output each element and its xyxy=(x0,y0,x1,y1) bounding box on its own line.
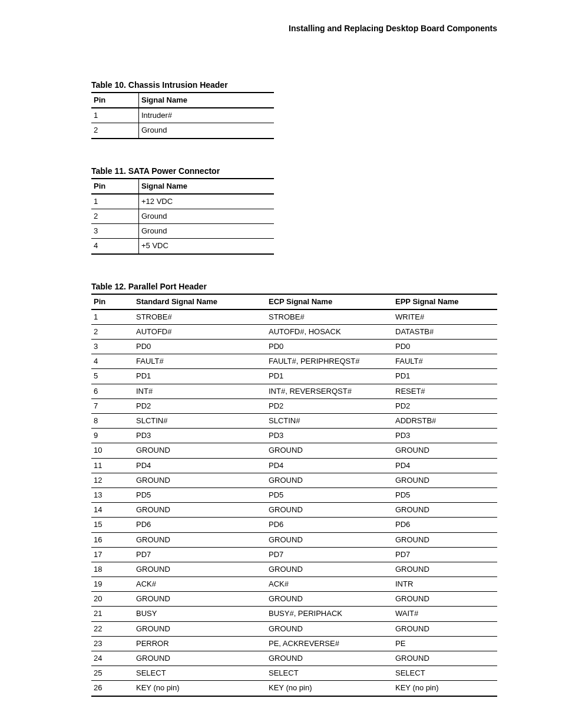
std-signal-cell: AUTOFD# xyxy=(134,324,266,339)
table-row: 22GROUNDGROUNDGROUND xyxy=(91,621,497,636)
ecp-signal-cell: PD5 xyxy=(266,487,393,502)
table-11-header-pin: Pin xyxy=(91,179,139,194)
table-row: 23PERRORPE, ACKREVERSE#PE xyxy=(91,636,497,651)
epp-signal-cell: GROUND xyxy=(393,592,497,607)
signal-cell: Ground xyxy=(139,123,275,139)
table-row: 2AUTOFD#AUTOFD#, HOSACKDATASTB# xyxy=(91,324,497,339)
pin-cell: 7 xyxy=(91,398,134,413)
pin-cell: 25 xyxy=(91,666,134,681)
pin-cell: 4 xyxy=(91,239,139,254)
pin-cell: 14 xyxy=(91,503,134,518)
signal-cell: +12 VDC xyxy=(139,194,275,209)
std-signal-cell: GROUND xyxy=(134,503,266,518)
table-row: 4FAULT#FAULT#, PERIPHREQST#FAULT# xyxy=(91,354,497,369)
std-signal-cell: GROUND xyxy=(134,562,266,577)
table-row: 26KEY (no pin)KEY (no pin)KEY (no pin) xyxy=(91,681,497,696)
ecp-signal-cell: GROUND xyxy=(266,503,393,518)
pin-cell: 2 xyxy=(91,209,139,223)
pin-cell: 2 xyxy=(91,324,134,339)
table-row: 10GROUNDGROUNDGROUND xyxy=(91,443,497,458)
pin-cell: 4 xyxy=(91,354,134,369)
ecp-signal-cell: GROUND xyxy=(266,621,393,636)
pin-cell: 17 xyxy=(91,547,134,562)
epp-signal-cell: ADDRSTB# xyxy=(393,414,497,429)
epp-signal-cell: GROUND xyxy=(393,443,497,458)
std-signal-cell: GROUND xyxy=(134,651,266,666)
table-row: 8SLCTIN#SLCTIN#ADDRSTB# xyxy=(91,414,497,429)
std-signal-cell: GROUND xyxy=(134,592,266,607)
table-row: 9PD3PD3PD3 xyxy=(91,429,497,443)
pin-cell: 9 xyxy=(91,429,134,443)
std-signal-cell: GROUND xyxy=(134,473,266,487)
table-row: 13PD5PD5PD5 xyxy=(91,487,497,502)
epp-signal-cell: PD2 xyxy=(393,398,497,413)
ecp-signal-cell: GROUND xyxy=(266,443,393,458)
signal-cell: +5 VDC xyxy=(139,239,275,254)
pin-cell: 1 xyxy=(91,108,139,123)
table-10-caption: Table 10. Chassis Intrusion Header xyxy=(91,80,497,90)
pin-cell: 3 xyxy=(91,224,139,239)
table-row: 12GROUNDGROUNDGROUND xyxy=(91,473,497,487)
signal-cell: Ground xyxy=(139,224,275,239)
std-signal-cell: KEY (no pin) xyxy=(134,681,266,696)
epp-signal-cell: GROUND xyxy=(393,621,497,636)
epp-signal-cell: GROUND xyxy=(393,562,497,577)
pin-cell: 12 xyxy=(91,473,134,487)
table-row: 16GROUNDGROUNDGROUND xyxy=(91,532,497,547)
std-signal-cell: GROUND xyxy=(134,621,266,636)
table-10-header-pin: Pin xyxy=(91,93,139,108)
epp-signal-cell: GROUND xyxy=(393,473,497,487)
pin-cell: 6 xyxy=(91,384,134,398)
epp-signal-cell: GROUND xyxy=(393,651,497,666)
table-row: 21BUSYBUSY#, PERIPHACKWAIT# xyxy=(91,607,497,621)
ecp-signal-cell: PD0 xyxy=(266,340,393,354)
table-row: 20GROUNDGROUNDGROUND xyxy=(91,592,497,607)
pin-cell: 21 xyxy=(91,607,134,621)
page-header: Installing and Replacing Desktop Board C… xyxy=(91,24,497,33)
std-signal-cell: SLCTIN# xyxy=(134,414,266,429)
std-signal-cell: INT# xyxy=(134,384,266,398)
epp-signal-cell: PD3 xyxy=(393,429,497,443)
ecp-signal-cell: PD3 xyxy=(266,429,393,443)
ecp-signal-cell: ACK# xyxy=(266,577,393,592)
table-row: 3Ground xyxy=(91,224,274,239)
std-signal-cell: PD5 xyxy=(134,487,266,502)
pin-cell: 3 xyxy=(91,340,134,354)
table-row: 17PD7PD7PD7 xyxy=(91,547,497,562)
pin-cell: 15 xyxy=(91,518,134,532)
ecp-signal-cell: SELECT xyxy=(266,666,393,681)
std-signal-cell: SELECT xyxy=(134,666,266,681)
ecp-signal-cell: GROUND xyxy=(266,592,393,607)
pin-cell: 20 xyxy=(91,592,134,607)
table-row: 24GROUNDGROUNDGROUND xyxy=(91,651,497,666)
pin-cell: 24 xyxy=(91,651,134,666)
epp-signal-cell: WAIT# xyxy=(393,607,497,621)
table-12-header-std: Standard Signal Name xyxy=(134,294,266,309)
table-12-header-pin: Pin xyxy=(91,294,134,309)
table-10-header-signal: Signal Name xyxy=(139,93,275,108)
std-signal-cell: PD4 xyxy=(134,458,266,473)
signal-cell: Intruder# xyxy=(139,108,275,123)
pin-cell: 1 xyxy=(91,309,134,325)
epp-signal-cell: FAULT# xyxy=(393,354,497,369)
table-row: 15PD6PD6PD6 xyxy=(91,518,497,532)
ecp-signal-cell: KEY (no pin) xyxy=(266,681,393,696)
epp-signal-cell: GROUND xyxy=(393,503,497,518)
epp-signal-cell: PD5 xyxy=(393,487,497,502)
table-row: 3PD0PD0PD0 xyxy=(91,340,497,354)
table-row: 1STROBE#STROBE#WRITE# xyxy=(91,309,497,325)
pin-cell: 16 xyxy=(91,532,134,547)
ecp-signal-cell: FAULT#, PERIPHREQST# xyxy=(266,354,393,369)
std-signal-cell: PD2 xyxy=(134,398,266,413)
ecp-signal-cell: STROBE# xyxy=(266,309,393,325)
pin-cell: 19 xyxy=(91,577,134,592)
table-11-caption: Table 11. SATA Power Connector xyxy=(91,166,497,176)
epp-signal-cell: SELECT xyxy=(393,666,497,681)
pin-cell: 11 xyxy=(91,458,134,473)
pin-cell: 2 xyxy=(91,123,139,139)
ecp-signal-cell: GROUND xyxy=(266,532,393,547)
table-row: 18GROUNDGROUNDGROUND xyxy=(91,562,497,577)
ecp-signal-cell: PD1 xyxy=(266,369,393,384)
epp-signal-cell: RESET# xyxy=(393,384,497,398)
ecp-signal-cell: BUSY#, PERIPHACK xyxy=(266,607,393,621)
